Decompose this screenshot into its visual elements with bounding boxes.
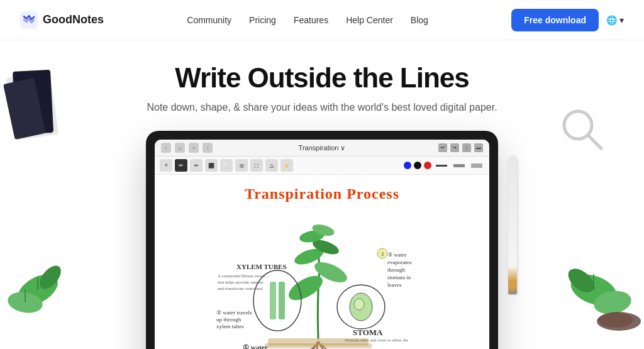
shape-tool: △ [265,159,278,172]
more-icon: ••• [474,143,483,152]
undo-icon: ↩ [438,143,447,152]
hero-title: Write Outside the Lines [175,63,469,93]
color-blue [404,162,411,169]
chevron-down-icon: ▾ [619,15,624,25]
hero-subtitle: Note down, shape, & share your ideas wit… [147,102,497,113]
tablet-screen: ‹ ⌕ + ↑ Transpiration ∨ ↩ ↪ ↑ ••• ⌗ [155,140,489,349]
tablet-content: Transpiration Process [155,175,489,349]
line-thick [453,164,465,167]
nav-right: Free download 🌐 ▾ [511,9,624,31]
svg-text:xylem tubes: xylem tubes [216,323,244,330]
svg-rect-26 [265,343,372,348]
svg-text:② water travels: ② water travels [216,309,252,316]
svg-text:up through: up through [216,316,242,323]
camera-tool: ◎ [235,159,248,172]
navbar: GoodNotes Community Pricing Features Hel… [0,0,644,40]
svg-text:③ water: ③ water [387,252,406,258]
svg-text:Stomata open and close to allo: Stomata open and close to allow the [345,338,408,343]
svg-text:A compound fibrous tissue...: A compound fibrous tissue... [218,274,269,279]
svg-text:and translocate water and: and translocate water and [218,286,263,291]
svg-rect-29 [279,282,285,319]
pen-tool: ✏ [175,159,187,172]
svg-text:that helps provide support: that helps provide support [218,280,264,285]
svg-text:stomata in: stomata in [387,274,411,280]
back-btn: ‹ [161,143,171,153]
redo-icon: ↪ [450,143,459,152]
svg-text:leaves: leaves [387,282,402,288]
highlighter-tool: ⬛ [205,159,218,172]
tablet-mockup: ‹ ⌕ + ↑ Transpiration ∨ ↩ ↪ ↑ ••• ⌗ [146,131,498,349]
topbar-title: Transpiration ∨ [299,144,346,152]
apple-pencil [508,156,517,294]
svg-point-16 [598,313,633,328]
nav-community[interactable]: Community [187,15,231,25]
svg-text:evaporates: evaporates [387,259,412,265]
svg-text:① water: ① water [243,343,268,349]
globe-icon: 🌐 [606,15,617,25]
pencil-tool: ✏ [190,159,203,172]
line-thin [436,165,447,167]
color-red [424,162,431,169]
share-icon: ↑ [203,143,213,153]
lasso-tool: ⌗ [160,159,172,172]
eraser-tool: ⬜ [220,159,233,172]
svg-text:XYLEM TUBES: XYLEM TUBES [236,263,287,270]
svg-text:STOMA: STOMA [353,328,383,337]
svg-text:Transpiration Process: Transpiration Process [245,186,399,202]
svg-text:3: 3 [381,252,384,257]
deco-books [0,59,69,162]
deco-leaves-left [0,240,82,324]
deco-magnifier [556,103,606,156]
svg-text:through: through [387,267,405,273]
svg-line-10 [589,136,601,148]
logo-icon [20,11,38,29]
download-button[interactable]: Free download [511,9,599,31]
export-icon: ↑ [462,143,471,152]
language-selector[interactable]: 🌐 ▾ [606,15,624,25]
search-icon: ⌕ [175,143,185,153]
svg-rect-28 [270,282,276,319]
nav-pricing[interactable]: Pricing [249,15,276,25]
logo[interactable]: GoodNotes [20,11,104,29]
topbar-left: ‹ ⌕ + ↑ [161,143,213,153]
nav-links: Community Pricing Features Help Center B… [187,15,428,25]
logo-text: GoodNotes [43,13,104,26]
zoom-icon: + [189,143,199,153]
image-tool: ⬚ [250,159,263,172]
tablet-topbar: ‹ ⌕ + ↑ Transpiration ∨ ↩ ↪ ↑ ••• [155,140,489,157]
svg-point-36 [354,299,364,310]
nav-features[interactable]: Features [294,15,328,25]
line-thicker [471,163,482,168]
deco-leaves-right [543,246,644,336]
nav-help[interactable]: Help Center [346,15,393,25]
laser-tool: ⚡ [280,159,293,172]
nav-blog[interactable]: Blog [411,15,428,25]
topbar-right: ↩ ↪ ↑ ••• [438,143,483,152]
hero-section: Write Outside the Lines Note down, shape… [0,40,644,349]
color-black [414,162,421,169]
tablet-toolbar: ⌗ ✏ ✏ ⬛ ⬜ ◎ ⬚ △ ⚡ [155,157,489,175]
